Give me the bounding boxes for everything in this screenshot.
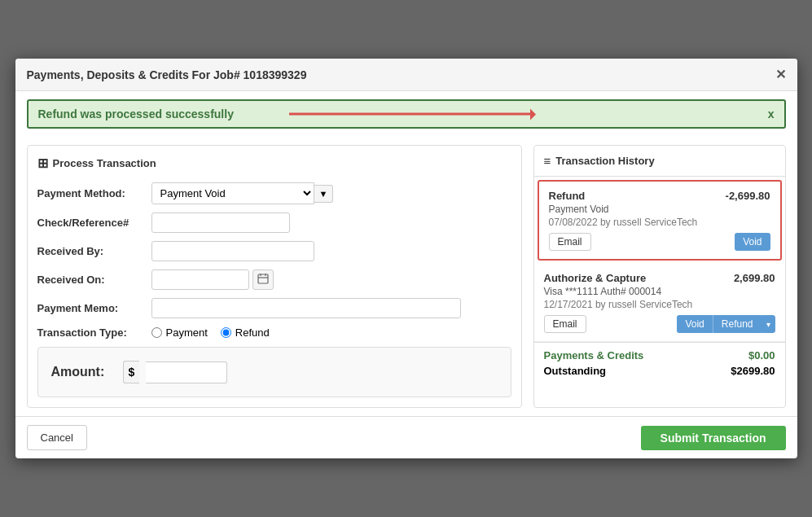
right-panel-header: ≡ Transaction History xyxy=(534,146,785,177)
check-reference-label: Check/Reference# xyxy=(37,217,151,229)
transaction-item-refund: Refund -2,699.80 Payment Void 07/08/2022… xyxy=(538,180,782,261)
transaction-type-row: Transaction Type: Payment Refund xyxy=(37,326,511,339)
outstanding-row: Outstanding $2699.80 xyxy=(544,365,775,377)
payment-memo-label: Payment Memo: xyxy=(37,302,151,314)
received-on-label: Received On: xyxy=(37,274,151,286)
left-panel-header: ⊞ Process Transaction xyxy=(37,156,511,171)
outstanding-label: Outstanding xyxy=(544,365,607,377)
transaction-type-radio-group: Payment Refund xyxy=(151,326,270,339)
received-by-label: Received By: xyxy=(37,245,151,257)
alert-success: Refund was processed successfully x xyxy=(27,99,786,129)
auth-void-button[interactable]: Void xyxy=(677,315,712,333)
transaction-refund-type: Refund xyxy=(549,190,586,202)
payment-method-select[interactable]: Payment Void xyxy=(151,182,314,204)
auth-dropdown-button[interactable]: ▾ xyxy=(762,315,775,333)
history-icon: ≡ xyxy=(544,154,551,168)
refund-radio-text: Refund xyxy=(235,326,270,339)
payment-radio-input[interactable] xyxy=(151,327,162,338)
transaction-auth-date: 12/17/2021 by russell ServiceTech xyxy=(544,299,775,310)
received-on-row: Received On: xyxy=(37,269,511,290)
process-icon: ⊞ xyxy=(37,156,48,171)
credits-row: Payments & Credits $0.00 xyxy=(544,349,775,361)
left-panel: ⊞ Process Transaction Payment Method: Pa… xyxy=(27,145,522,408)
received-by-input[interactable] xyxy=(151,241,314,261)
payment-memo-input[interactable] xyxy=(151,298,461,318)
auth-email-button[interactable]: Email xyxy=(544,315,586,333)
credits-value: $0.00 xyxy=(748,349,775,361)
calendar-button[interactable] xyxy=(252,269,274,290)
transaction-history-list: Refund -2,699.80 Payment Void 07/08/2022… xyxy=(534,177,785,342)
modal: Payments, Deposits & Credits For Job# 10… xyxy=(15,59,797,458)
alert-message: Refund was processed successfully xyxy=(38,107,234,120)
transaction-auth-amount: 2,699.80 xyxy=(734,272,775,284)
refund-radio-input[interactable] xyxy=(221,327,231,338)
amount-input[interactable] xyxy=(146,361,227,383)
check-reference-row: Check/Reference# xyxy=(37,212,511,233)
payment-method-dropdown-btn[interactable]: ▼ xyxy=(314,185,334,203)
transaction-summary: Payments & Credits $0.00 Outstanding $26… xyxy=(534,342,785,387)
amount-row: Amount: $ xyxy=(51,361,498,383)
transaction-auth-sub: Visa ***1111 Auth# 000014 xyxy=(544,286,775,297)
outstanding-value: $2699.80 xyxy=(731,365,775,377)
cancel-button[interactable]: Cancel xyxy=(27,425,87,450)
payment-method-select-wrapper: Payment Void ▼ xyxy=(151,182,334,204)
modal-close-button[interactable]: ✕ xyxy=(775,67,786,82)
submit-button[interactable]: Submit Transaction xyxy=(641,426,786,450)
transaction-refund-header-row: Refund -2,699.80 xyxy=(549,190,770,202)
transaction-auth-actions: Email Void Refund ▾ xyxy=(544,315,775,333)
svg-rect-0 xyxy=(258,274,268,283)
transaction-type-label: Transaction Type: xyxy=(37,326,151,339)
auth-refund-button[interactable]: Refund xyxy=(713,315,762,333)
modal-footer: Cancel Submit Transaction xyxy=(15,416,797,458)
dollar-sign: $ xyxy=(123,361,140,383)
transaction-refund-amount: -2,699.80 xyxy=(726,190,770,202)
refund-radio-label[interactable]: Refund xyxy=(221,326,270,339)
received-on-input[interactable] xyxy=(151,269,249,290)
right-panel: ≡ Transaction History Refund -2,699.80 P… xyxy=(533,145,786,408)
transaction-refund-date: 07/08/2022 by russell ServiceTech xyxy=(549,217,770,228)
payment-radio-label[interactable]: Payment xyxy=(151,326,208,339)
credits-label: Payments & Credits xyxy=(544,349,644,361)
transaction-refund-actions: Email Void xyxy=(549,233,770,251)
modal-header: Payments, Deposits & Credits For Job# 10… xyxy=(15,59,797,91)
alert-close-button[interactable]: x xyxy=(768,107,775,120)
amount-label: Amount: xyxy=(51,365,116,379)
transaction-auth-header-row: Authorize & Capture 2,699.80 xyxy=(544,272,775,284)
refund-email-button[interactable]: Email xyxy=(549,233,591,251)
calendar-icon xyxy=(257,273,269,284)
amount-box: Amount: $ xyxy=(37,347,511,397)
modal-title: Payments, Deposits & Credits For Job# 10… xyxy=(27,68,307,81)
payment-radio-text: Payment xyxy=(166,326,208,339)
check-reference-input[interactable] xyxy=(151,212,290,233)
transaction-item-auth: Authorize & Capture 2,699.80 Visa ***111… xyxy=(534,264,785,342)
payment-memo-row: Payment Memo: xyxy=(37,298,511,318)
transaction-refund-sub: Payment Void xyxy=(549,204,770,215)
modal-body: ⊞ Process Transaction Payment Method: Pa… xyxy=(15,137,797,416)
payment-method-row: Payment Method: Payment Void ▼ xyxy=(37,182,511,204)
transaction-auth-type: Authorize & Capture xyxy=(544,272,647,284)
refund-void-button[interactable]: Void xyxy=(735,233,770,251)
received-on-wrapper xyxy=(151,269,274,290)
received-by-row: Received By: xyxy=(37,241,511,261)
auth-action-group: Void Refund ▾ xyxy=(677,315,775,333)
payment-method-label: Payment Method: xyxy=(37,187,151,199)
